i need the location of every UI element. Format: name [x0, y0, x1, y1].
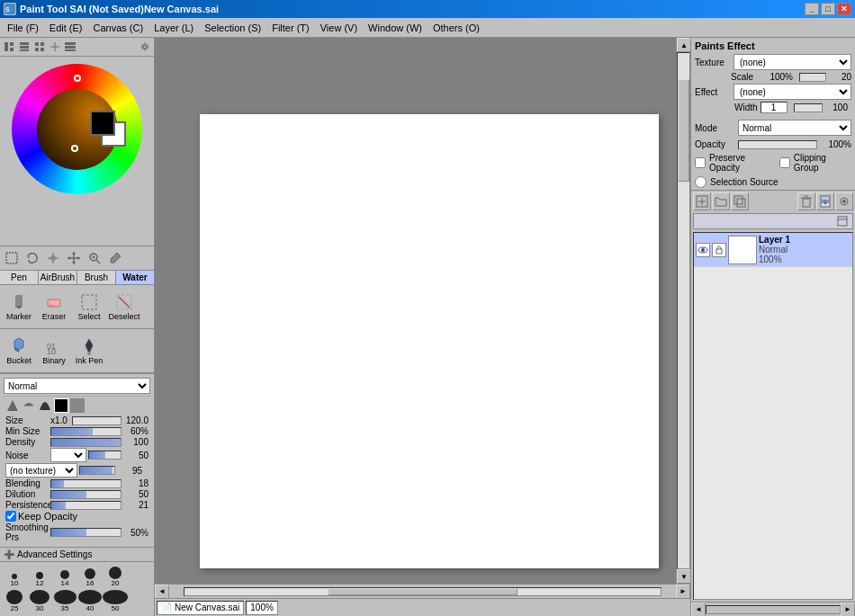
- advanced-settings-toggle[interactable]: ➕ Advanced Settings: [0, 547, 154, 561]
- zoom-tool[interactable]: [85, 248, 104, 268]
- layer-lock-toggle[interactable]: [712, 243, 726, 257]
- layer-row[interactable]: Layer 1 Normal 100%: [694, 233, 852, 267]
- settings-icon[interactable]: [138, 40, 152, 54]
- layer-scroll-thumb[interactable]: [706, 606, 840, 613]
- tab-brush[interactable]: Brush: [77, 271, 116, 284]
- dilution-slider[interactable]: [50, 490, 122, 499]
- menu-window[interactable]: Window (W): [363, 21, 428, 35]
- menu-canvas[interactable]: Canvas (C): [88, 21, 149, 35]
- move-tool[interactable]: [64, 248, 84, 268]
- layer-visibility-toggle[interactable]: [696, 243, 710, 257]
- eraser-tool[interactable]: Eraser: [37, 287, 71, 326]
- minimize-button[interactable]: _: [805, 3, 819, 15]
- rectangle-select-tool[interactable]: [2, 248, 22, 268]
- opacity-slider[interactable]: [738, 140, 817, 149]
- marker-tool[interactable]: Marker: [2, 287, 36, 326]
- grid-view-3[interactable]: [32, 40, 47, 54]
- shape-bell[interactable]: [38, 398, 52, 413]
- preset-12[interactable]: 12: [27, 564, 52, 589]
- scroll-right-arrow[interactable]: ►: [676, 585, 690, 599]
- preset-30[interactable]: 30: [27, 589, 52, 614]
- copy-layer-button[interactable]: [731, 192, 749, 210]
- delete-layer-button[interactable]: [797, 192, 815, 210]
- noise-select[interactable]: [50, 448, 86, 462]
- scroll-left-arrow[interactable]: ◄: [155, 585, 169, 599]
- select-tool[interactable]: Select: [72, 287, 106, 326]
- clipping-group-checkbox[interactable]: [779, 157, 790, 168]
- title-bar-buttons[interactable]: _ □ ✕: [805, 3, 851, 15]
- new-folder-button[interactable]: [712, 192, 730, 210]
- horizontal-scrollbar[interactable]: ◄ ►: [155, 584, 690, 598]
- min-size-slider[interactable]: [50, 427, 122, 436]
- horizontal-scroll-track[interactable]: [184, 587, 662, 596]
- texture-effect-select[interactable]: (none): [734, 54, 851, 70]
- tab-airbrush[interactable]: AirBrush: [39, 271, 77, 284]
- shape-square-gray[interactable]: [70, 398, 85, 413]
- vertical-scrollbar[interactable]: ▲ ▼: [676, 38, 690, 584]
- merge-visible-button[interactable]: [835, 192, 853, 210]
- ink-pen-tool[interactable]: Ink Pen: [72, 331, 106, 370]
- scale-slider[interactable]: [799, 73, 826, 82]
- layer-scroll-track[interactable]: [706, 605, 841, 614]
- preset-35[interactable]: 35: [52, 589, 77, 614]
- tab-pen[interactable]: Pen: [0, 271, 39, 284]
- grid-view-4[interactable]: [48, 40, 62, 54]
- noise-slider[interactable]: [88, 451, 122, 460]
- blend-mode-select[interactable]: NormalMultiplyScreen: [4, 378, 150, 394]
- shape-square-black[interactable]: [54, 398, 68, 413]
- menu-filter[interactable]: Filter (T): [266, 21, 315, 35]
- deselect-tool[interactable]: Deselect: [107, 287, 141, 326]
- merge-down-button[interactable]: [816, 192, 834, 210]
- menu-file[interactable]: File (F): [2, 21, 44, 35]
- width-slider[interactable]: [794, 103, 823, 112]
- shape-half-circle[interactable]: [22, 398, 36, 413]
- foreground-color-swatch[interactable]: [90, 111, 115, 136]
- keep-opacity-checkbox[interactable]: [5, 511, 16, 522]
- canvas-area[interactable]: [155, 38, 676, 584]
- grid-view-2[interactable]: [17, 40, 32, 54]
- preset-40[interactable]: 40: [77, 589, 103, 614]
- selection-source-radio[interactable]: [695, 176, 706, 188]
- vertical-scroll-track[interactable]: [677, 52, 690, 569]
- size-slider[interactable]: [72, 416, 122, 425]
- effect-select[interactable]: (none): [734, 84, 851, 100]
- mode-select[interactable]: Normal: [738, 120, 851, 136]
- density-slider[interactable]: [50, 438, 122, 447]
- horizontal-scroll-thumb[interactable]: [328, 588, 518, 595]
- menu-view[interactable]: View (V): [315, 21, 363, 35]
- texture-select[interactable]: (no texture): [5, 463, 77, 478]
- layer-bottom-scrollbar[interactable]: ◄ ►: [691, 602, 855, 616]
- menu-edit[interactable]: Edit (E): [44, 21, 88, 35]
- preset-50[interactable]: 50: [103, 589, 128, 614]
- magic-wand-tool[interactable]: [43, 248, 63, 268]
- preset-10[interactable]: 10: [2, 564, 27, 589]
- shape-triangle[interactable]: [5, 398, 20, 413]
- lasso-tool[interactable]: [22, 248, 42, 268]
- persistence-slider[interactable]: [50, 501, 122, 510]
- width-input[interactable]: [760, 102, 788, 113]
- tab-water[interactable]: Water: [116, 271, 154, 284]
- blending-slider[interactable]: [50, 479, 122, 488]
- layer-options-icon[interactable]: [836, 215, 849, 228]
- eyedropper-tool[interactable]: [105, 248, 125, 268]
- new-layer-button[interactable]: [693, 192, 711, 210]
- layer-scroll-left[interactable]: ◄: [691, 603, 706, 617]
- preset-16[interactable]: 16: [77, 564, 103, 589]
- menu-others[interactable]: Others (O): [428, 21, 485, 35]
- preset-14[interactable]: 14: [52, 564, 77, 589]
- vertical-scroll-thumb[interactable]: [678, 79, 689, 183]
- scroll-down-arrow[interactable]: ▼: [677, 569, 690, 584]
- menu-selection[interactable]: Selection (S): [199, 21, 266, 35]
- texture-slider[interactable]: [79, 466, 115, 475]
- scroll-up-arrow[interactable]: ▲: [677, 38, 690, 52]
- preserve-opacity-checkbox[interactable]: [695, 157, 706, 168]
- close-button[interactable]: ✕: [837, 3, 851, 15]
- drawing-canvas[interactable]: [200, 114, 659, 568]
- bucket-tool[interactable]: Bucket: [2, 331, 36, 370]
- preset-25[interactable]: 25: [2, 589, 27, 614]
- preset-20[interactable]: 20: [103, 564, 128, 589]
- grid-view-1[interactable]: [2, 40, 16, 54]
- maximize-button[interactable]: □: [821, 3, 835, 15]
- binary-tool[interactable]: 0110 Binary: [37, 331, 71, 370]
- smoothing-slider[interactable]: [50, 528, 122, 537]
